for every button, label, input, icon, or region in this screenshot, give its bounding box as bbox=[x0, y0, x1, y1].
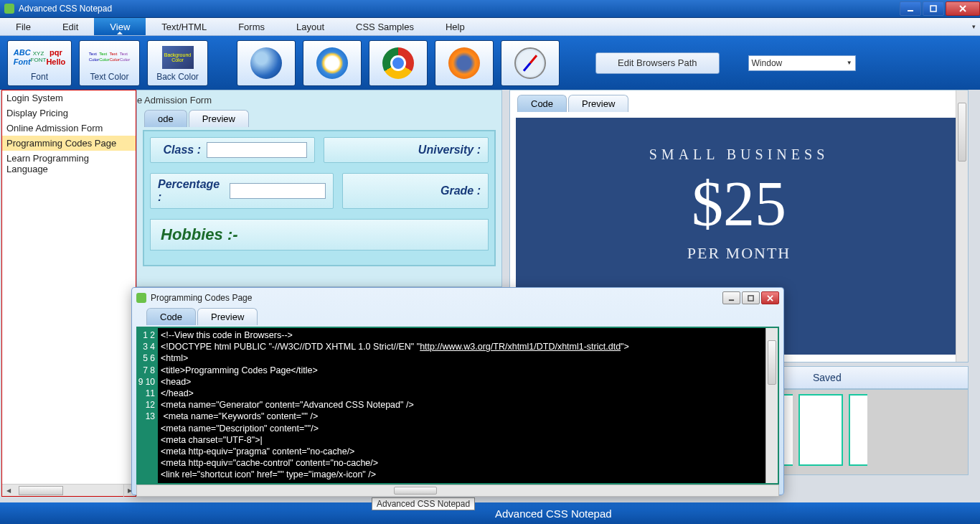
ribbon-toolbar: ABC Font XYZ FONT pqr Hello Font Text Co… bbox=[0, 36, 980, 90]
minimize-button[interactable] bbox=[900, 1, 921, 16]
code-window-close[interactable] bbox=[761, 291, 779, 304]
font-button[interactable]: ABC Font XYZ FONT pqr Hello Font bbox=[7, 40, 72, 86]
menu-layout[interactable]: Layout bbox=[281, 18, 340, 35]
admission-form-header: e Admission Form bbox=[137, 90, 501, 110]
menubar: File Edit View Text/HTML Forms Layout CS… bbox=[0, 18, 980, 36]
code-window-titlebar[interactable]: Programming Codes Page bbox=[132, 288, 783, 308]
label-class: Class : bbox=[164, 144, 201, 156]
browser-firefox-button[interactable] bbox=[435, 40, 494, 86]
back-color-icon: Background Color bbox=[160, 45, 196, 70]
label-hobbies: Hobbies :- bbox=[161, 225, 238, 243]
text-color-icon: Text ColorText ColorText ColorText Color bbox=[92, 45, 128, 70]
code-vertical-scrollbar[interactable] bbox=[765, 328, 778, 483]
menu-overflow-button[interactable] bbox=[967, 18, 980, 35]
text-color-label: Text Color bbox=[90, 72, 128, 82]
view-menu-item[interactable]: Programming Codes Page bbox=[2, 136, 136, 151]
menu-view[interactable]: View bbox=[94, 18, 146, 35]
code-window-maximize[interactable] bbox=[742, 291, 760, 304]
back-color-label: Back Color bbox=[156, 72, 199, 82]
label-grade: Grade : bbox=[440, 184, 481, 197]
font-button-label: Font bbox=[31, 72, 48, 82]
thumbnail[interactable] bbox=[798, 394, 843, 466]
pricing-per: PER MONTH bbox=[687, 244, 791, 263]
statusbar-title: Advanced CSS Notepad bbox=[495, 507, 612, 520]
statusbar: Advanced CSS Notepad Advanced CSS Notepa… bbox=[0, 502, 980, 524]
menu-file[interactable]: File bbox=[0, 18, 47, 35]
tab-preview-right[interactable]: Preview bbox=[568, 95, 628, 112]
saved-bar: Saved bbox=[769, 366, 969, 389]
code-gutter: 1 2 3 4 5 6 7 8 9 10 11 12 13 bbox=[138, 328, 158, 483]
menu-edit[interactable]: Edit bbox=[47, 18, 94, 35]
close-button[interactable] bbox=[946, 1, 980, 16]
label-percentage: Percentage : bbox=[158, 178, 224, 204]
svg-rect-1 bbox=[930, 6, 936, 11]
back-color-button[interactable]: Background Color Back Color bbox=[147, 40, 208, 86]
view-menu-item[interactable]: Learn Programming Language bbox=[2, 151, 136, 177]
pricing-scrollbar[interactable] bbox=[956, 90, 968, 362]
code-window-tab-preview[interactable]: Preview bbox=[197, 308, 258, 325]
window-combo-value: Window bbox=[752, 58, 783, 68]
view-submenu: Login SystemDisplay PricingOnline Admiss… bbox=[1, 90, 136, 497]
globe-icon bbox=[250, 47, 282, 79]
menu-help[interactable]: Help bbox=[430, 18, 481, 35]
window-titlebar: Advanced CSS Notepad bbox=[0, 0, 980, 18]
app-icon bbox=[4, 4, 14, 14]
code-text[interactable]: <!--View this code in Browsers--> <!DOCT… bbox=[158, 328, 765, 483]
edit-browsers-path-button[interactable]: Edit Browsers Path bbox=[595, 52, 720, 74]
text-color-button[interactable]: Text ColorText ColorText ColorText Color… bbox=[79, 40, 140, 86]
view-submenu-scrollbar[interactable]: ◀ ▶ bbox=[2, 484, 136, 496]
chrome-icon bbox=[382, 47, 414, 79]
scrollbar-left-arrow[interactable]: ◀ bbox=[2, 487, 14, 494]
admission-form-panel: e Admission Form ode Preview Class : Uni… bbox=[136, 90, 502, 287]
window-title: Advanced CSS Notepad bbox=[19, 4, 112, 14]
browser-globe-button[interactable] bbox=[237, 40, 296, 86]
ie-icon bbox=[316, 47, 348, 79]
menu-css-samples[interactable]: CSS Samples bbox=[340, 18, 430, 35]
chevron-down-icon: ▼ bbox=[847, 60, 852, 66]
view-menu-item[interactable]: Login System bbox=[2, 90, 136, 106]
firefox-icon bbox=[448, 47, 480, 79]
tooltip: Advanced CSS Notepad bbox=[372, 497, 475, 510]
browser-chrome-button[interactable] bbox=[369, 40, 428, 86]
saved-label: Saved bbox=[813, 372, 842, 383]
maximize-button[interactable] bbox=[923, 1, 944, 16]
font-icon: ABC Font XYZ FONT pqr Hello bbox=[22, 45, 57, 70]
code-window-tab-code[interactable]: Code bbox=[146, 308, 196, 325]
menu-forms[interactable]: Forms bbox=[222, 18, 281, 35]
input-class[interactable] bbox=[207, 142, 307, 158]
tab-code-right[interactable]: Code bbox=[517, 95, 567, 112]
tab-code-left[interactable]: ode bbox=[144, 110, 187, 127]
label-university: University : bbox=[418, 144, 481, 156]
code-window: Programming Codes Page Code Preview 1 2 … bbox=[131, 287, 784, 495]
scrollbar-thumb[interactable] bbox=[394, 487, 437, 495]
scrollbar-thumb[interactable] bbox=[19, 486, 63, 495]
tab-preview-left[interactable]: Preview bbox=[189, 110, 249, 127]
view-menu-item[interactable]: Online Admission Form bbox=[2, 121, 136, 136]
browser-ie-button[interactable] bbox=[303, 40, 362, 86]
input-percentage[interactable] bbox=[230, 183, 326, 199]
safari-icon bbox=[514, 47, 546, 79]
code-editor[interactable]: 1 2 3 4 5 6 7 8 9 10 11 12 13 <!--View t… bbox=[136, 327, 779, 485]
pricing-price: $25 bbox=[692, 167, 786, 240]
thumbnail[interactable] bbox=[849, 394, 867, 466]
saved-thumbnails bbox=[769, 389, 969, 475]
svg-rect-5 bbox=[748, 295, 753, 300]
admission-form-preview: Class : University : Percentage : Grade … bbox=[143, 130, 496, 266]
code-window-title: Programming Codes Page bbox=[151, 293, 252, 303]
menu-texthtml[interactable]: Text/HTML bbox=[146, 18, 222, 35]
pricing-heading: SMALL BUSINESS bbox=[649, 146, 829, 163]
view-menu-item[interactable]: Display Pricing bbox=[2, 106, 136, 121]
app-icon bbox=[136, 293, 146, 303]
window-combo[interactable]: Window ▼ bbox=[748, 55, 856, 71]
browser-safari-button[interactable] bbox=[501, 40, 560, 86]
code-horizontal-scrollbar[interactable] bbox=[136, 485, 779, 497]
code-window-minimize[interactable] bbox=[722, 291, 740, 304]
